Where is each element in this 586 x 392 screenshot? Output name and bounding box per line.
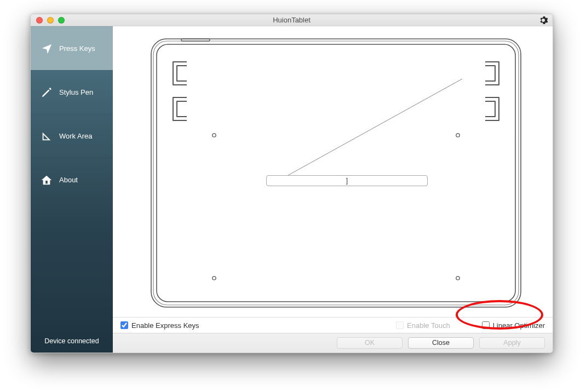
svg-rect-1 [153, 41, 519, 305]
device-status: Device connected [31, 330, 113, 353]
cursor-icon [41, 43, 53, 55]
window-controls [31, 17, 65, 24]
svg-line-8 [284, 79, 462, 177]
sidebar-item-label: Stylus Pen [59, 88, 93, 96]
settings-gear-icon[interactable] [538, 15, 548, 27]
svg-rect-0 [151, 39, 521, 307]
enable-express-keys-input[interactable] [120, 321, 128, 329]
key-binding-field[interactable]: ] [266, 175, 428, 186]
button-bar: OK Close Apply [113, 333, 553, 353]
close-button[interactable]: Close [408, 337, 474, 349]
titlebar: HuionTablet [31, 14, 553, 26]
window-title: HuionTablet [31, 16, 553, 24]
svg-point-7 [456, 276, 459, 280]
linear-optimizer-label: Linear Optimizer [493, 321, 545, 330]
content-area: Press Keys Stylus Pen Work Area About De… [31, 26, 553, 353]
app-window: HuionTablet Press Keys Stylus Pen Work A… [30, 14, 553, 353]
sidebar: Press Keys Stylus Pen Work Area About De… [31, 26, 113, 353]
tablet-outline-graphic [113, 26, 553, 316]
home-icon [41, 174, 53, 186]
minimize-window-button[interactable] [47, 17, 54, 24]
linear-optimizer-input[interactable] [482, 321, 490, 329]
svg-rect-3 [181, 39, 210, 41]
sidebar-item-stylus-pen[interactable]: Stylus Pen [31, 70, 113, 114]
ok-button: OK [337, 337, 403, 349]
zoom-window-button[interactable] [58, 17, 65, 24]
svg-point-4 [212, 134, 216, 137]
sidebar-item-about[interactable]: About [31, 158, 113, 201]
work-area-icon [41, 130, 53, 142]
sidebar-item-work-area[interactable]: Work Area [31, 114, 113, 158]
options-bar: Enable Express Keys Enable Touch Linear … [113, 318, 553, 333]
tablet-preview: ] [113, 26, 553, 318]
svg-point-6 [212, 276, 216, 280]
svg-rect-2 [157, 44, 515, 302]
enable-touch-input [396, 321, 404, 329]
apply-button: Apply [479, 337, 545, 349]
linear-optimizer-checkbox[interactable]: Linear Optimizer [482, 321, 545, 330]
pen-icon [41, 87, 53, 99]
sidebar-item-label: About [59, 176, 78, 184]
sidebar-item-label: Press Keys [59, 44, 95, 53]
enable-express-keys-label: Enable Express Keys [131, 321, 199, 330]
main-panel: ] Enable Express Keys Enable Touch Linea… [113, 26, 553, 353]
enable-touch-checkbox: Enable Touch [396, 321, 450, 330]
close-window-button[interactable] [36, 17, 43, 24]
enable-express-keys-checkbox[interactable]: Enable Express Keys [120, 321, 199, 330]
sidebar-item-label: Work Area [59, 132, 92, 140]
svg-point-5 [456, 134, 459, 137]
sidebar-item-press-keys[interactable]: Press Keys [31, 26, 113, 70]
enable-touch-label: Enable Touch [407, 321, 450, 330]
